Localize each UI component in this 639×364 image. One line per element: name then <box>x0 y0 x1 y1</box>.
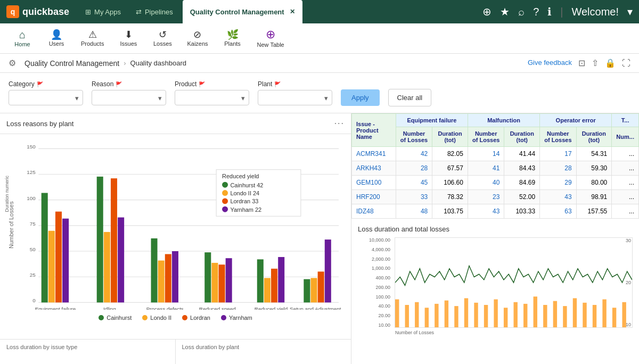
fullscreen-icon[interactable]: ⛶ <box>622 59 630 68</box>
my-apps-button[interactable]: ⊞ My Apps <box>80 5 126 19</box>
svg-rect-61 <box>445 301 448 327</box>
svg-rect-38 <box>278 257 284 302</box>
svg-rect-31 <box>211 263 218 302</box>
products-icon: ⚠ <box>88 30 97 39</box>
svg-rect-25 <box>151 238 158 302</box>
more-cell: ... <box>612 176 639 190</box>
losses-label: Losses <box>153 40 172 47</box>
svg-rect-72 <box>553 301 557 327</box>
svg-text:Setup and Adjustment: Setup and Adjustment <box>290 306 341 310</box>
svg-text:Equipment failure: Equipment failure <box>35 306 76 310</box>
loss-duration-title: Loss duration and total losses <box>358 225 633 233</box>
category-select[interactable] <box>9 90 83 105</box>
more-cell: ... <box>612 190 639 204</box>
new-table-icon: ⊕ <box>266 29 275 40</box>
legend-yarnham: Yarnham <box>221 315 252 321</box>
op-dur-cell: 59.30 <box>576 161 612 176</box>
table-row: HRF200 33 78.32 23 52.00 43 98.91 ... <box>352 190 639 204</box>
info-icon[interactable]: ℹ <box>547 5 552 18</box>
toolbar-kaizens[interactable]: ⊘ Kaizens <box>181 27 214 50</box>
close-icon[interactable]: ✕ <box>290 8 295 15</box>
svg-rect-70 <box>534 296 537 327</box>
svg-text:Lordran     33: Lordran 33 <box>230 198 258 204</box>
svg-text:Cainhurst  42: Cainhurst 42 <box>230 182 263 188</box>
yarnham-dot <box>221 315 226 320</box>
breadcrumb-current: Quality dashboard <box>130 59 187 67</box>
search-icon[interactable]: ⌕ <box>518 6 525 18</box>
share-icon[interactable]: ⇧ <box>592 58 599 68</box>
svg-text:Process defects: Process defects <box>146 306 184 310</box>
lock-icon[interactable]: 🔒 <box>605 58 616 68</box>
reason-select[interactable] <box>92 90 166 105</box>
svg-rect-42 <box>318 271 324 302</box>
breadcrumb-parent[interactable]: Quality Control Management <box>24 59 119 68</box>
product-select[interactable] <box>175 90 249 105</box>
toolbar-new-table[interactable]: ⊕ New Table <box>251 26 291 51</box>
product-cell[interactable]: ARKH43 <box>352 161 396 176</box>
add-icon[interactable]: ⊕ <box>482 5 491 18</box>
lordran-dot <box>182 315 187 320</box>
product-cell[interactable]: GEM100 <box>352 176 396 190</box>
main-content: Loss reasons by plant ··· Number of Loss… <box>0 113 639 364</box>
product-cell[interactable]: ACMR341 <box>352 147 396 161</box>
mal-num-cell: 14 <box>468 147 504 161</box>
clear-all-button[interactable]: Clear all <box>388 89 432 106</box>
category-select-wrapper <box>9 90 83 105</box>
svg-text:Reduced speed: Reduced speed <box>199 306 236 310</box>
welcome-label[interactable]: Welcome! <box>571 6 619 18</box>
svg-text:150: 150 <box>27 144 36 150</box>
svg-rect-57 <box>405 305 409 327</box>
logo: q quickbase <box>6 5 69 18</box>
svg-rect-66 <box>494 300 497 328</box>
nav-right: ⊕ ★ ⌕ ? ℹ | Welcome! ▾ <box>482 5 633 18</box>
equipment-failure-header: Equipment failure <box>396 114 468 127</box>
bar-chart-area: Number of Losses 0 25 50 75 100 125 150 <box>0 134 351 339</box>
plant-select[interactable] <box>258 90 332 105</box>
eq-num-header: Number of Losses <box>396 127 432 147</box>
breadcrumb-bar: ⚙ Quality Control Management › Quality d… <box>0 54 639 73</box>
apply-button[interactable]: Apply <box>341 89 380 106</box>
table-row: IDZ48 48 103.75 43 103.33 63 157.55 ... <box>352 204 639 219</box>
loss-duration-plant-label: Loss duration by plant <box>182 344 240 350</box>
toolbar-users[interactable]: 👤 Users <box>40 27 72 50</box>
mal-num-cell: 43 <box>468 204 504 219</box>
toolbar-products[interactable]: ⚠ Products <box>75 27 110 50</box>
chart-axis-labels: Duration numeric Number of Losses <box>358 330 633 335</box>
product-cell[interactable]: HRF200 <box>352 190 396 204</box>
active-tab[interactable]: Quality Control Management ✕ <box>183 0 302 23</box>
help-icon[interactable]: ? <box>533 6 539 18</box>
op-dur-cell: 54.31 <box>576 147 612 161</box>
category-label: Category 🚩 <box>9 80 83 88</box>
table-row: GEM100 45 106.60 40 84.69 29 80.00 ... <box>352 176 639 190</box>
product-filter: Product 🚩 <box>175 80 249 105</box>
toolbar-home[interactable]: ⌂ Home <box>6 26 38 51</box>
mal-dur-cell: 103.33 <box>504 204 540 219</box>
toolbar-plants[interactable]: 🌿 Plants <box>217 27 249 50</box>
svg-rect-35 <box>257 259 264 302</box>
reason-select-wrapper <box>92 90 166 105</box>
settings-icon[interactable]: ⚙ <box>9 58 16 68</box>
svg-text:25: 25 <box>30 272 36 278</box>
svg-rect-15 <box>42 193 48 303</box>
cainhurst-dot <box>99 315 104 320</box>
pipelines-button[interactable]: ⇄ Pipelines <box>130 5 178 19</box>
svg-point-48 <box>222 182 228 188</box>
op-num-cell: 28 <box>540 161 576 176</box>
give-feedback-button[interactable]: Give feedback <box>528 59 572 68</box>
toolbar-losses[interactable]: ↺ Losses <box>146 27 178 50</box>
eq-num-cell: 48 <box>396 204 432 219</box>
presentation-icon[interactable]: ⊡ <box>578 58 585 68</box>
y-axis-right-labels: 30 20 10 <box>626 238 631 327</box>
plant-filter-icon: 🚩 <box>274 81 281 87</box>
londo-dot <box>142 315 148 320</box>
toolbar-issues[interactable]: ⬇ Issues <box>112 27 144 50</box>
favorites-icon[interactable]: ★ <box>500 5 510 18</box>
top-nav: q quickbase ⊞ My Apps ⇄ Pipelines Qualit… <box>0 0 639 23</box>
product-cell[interactable]: IDZ48 <box>352 204 396 219</box>
welcome-chevron-icon[interactable]: ▾ <box>627 5 633 18</box>
cainhurst-label: Cainhurst <box>106 315 132 321</box>
chart-menu-icon[interactable]: ··· <box>334 119 345 128</box>
eq-dur-header: Duration (tot) <box>432 127 468 147</box>
eq-num-cell: 33 <box>396 190 432 204</box>
reason-filter: Reason 🚩 <box>92 80 166 105</box>
